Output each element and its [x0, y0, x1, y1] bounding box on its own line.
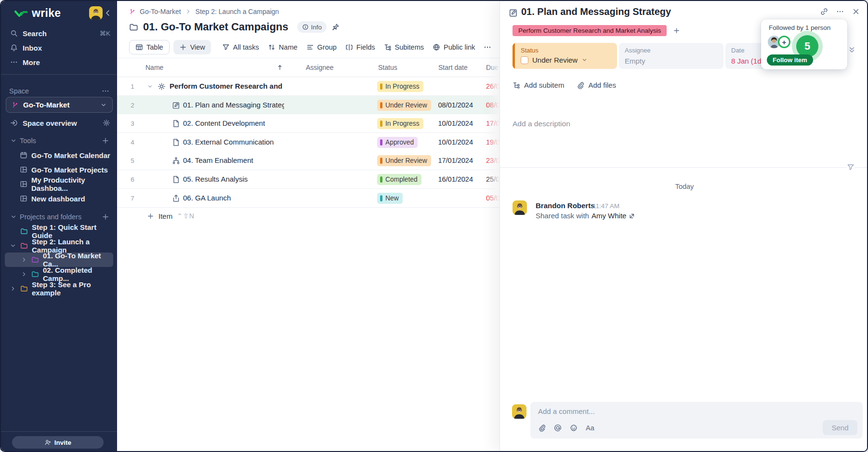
- panel-more-icon[interactable]: [836, 8, 844, 15]
- add-tag-icon[interactable]: [673, 27, 680, 34]
- add-subitem-button[interactable]: Add subitem: [513, 81, 564, 89]
- sidebar-project-item[interactable]: 02. Completed Camp...: [1, 267, 117, 281]
- add-follower-button[interactable]: +: [778, 36, 790, 48]
- folder-icon: [20, 242, 28, 250]
- status-badge[interactable]: Approved: [377, 137, 418, 148]
- task-checkbox[interactable]: [521, 56, 528, 64]
- sidebar-tool-item[interactable]: Go-To Market Calendar: [1, 148, 117, 162]
- comment-message-target[interactable]: Amy White: [592, 212, 627, 220]
- due-date-cell[interactable]: 17/0: [486, 114, 500, 133]
- task-name[interactable]: 01. Plan and Messaging Strategy: [183, 96, 284, 114]
- sidebar-project-item[interactable]: Step 2: Launch a Campaign: [1, 239, 117, 253]
- board-icon: [20, 166, 27, 173]
- table-row[interactable]: 302. Content DevelopmentIn Progress10/01…: [117, 114, 500, 133]
- comment-input[interactable]: Add a comment...: [538, 407, 595, 415]
- start-date-cell[interactable]: 10/01/2024: [420, 114, 473, 133]
- add-tool-icon[interactable]: [102, 137, 109, 145]
- panel-actions: [820, 8, 860, 15]
- due-date-cell[interactable]: 19/0: [486, 133, 500, 151]
- chevron-down-icon[interactable]: [147, 83, 153, 90]
- start-date-cell[interactable]: 16/01/2024: [420, 170, 473, 188]
- sidebar-project-item[interactable]: Step 3: See a Pro example: [1, 281, 117, 296]
- table-row[interactable]: 504. Team EnablementUnder Review17/01/20…: [117, 151, 500, 170]
- chevron-right-icon[interactable]: [21, 271, 27, 278]
- space-options-icon[interactable]: [102, 87, 109, 95]
- status-color-bar: [380, 195, 382, 201]
- format-text-button[interactable]: Aa: [586, 424, 594, 432]
- table-row[interactable]: 605. Results AnalysisCompleted16/01/2024…: [117, 170, 500, 189]
- emoji-icon[interactable]: [570, 424, 578, 432]
- sidebar-project-item[interactable]: 01. Go-To Market Ca...: [5, 253, 113, 267]
- space-selector[interactable]: Go-To-Market: [6, 97, 113, 113]
- start-date-cell[interactable]: 08/01/2024: [420, 96, 473, 114]
- follow-item-button[interactable]: Follow item: [767, 54, 813, 66]
- projects-section-header[interactable]: Projects and folders: [1, 211, 117, 223]
- gear-icon[interactable]: [103, 119, 110, 127]
- status-badge[interactable]: New: [377, 193, 403, 204]
- start-date-cell[interactable]: 10/01/2024: [420, 133, 473, 151]
- task-type-icon: [172, 138, 180, 146]
- task-name[interactable]: 03. External Communication: [183, 133, 284, 151]
- tools-section-header[interactable]: Tools: [1, 134, 117, 147]
- sidebar-item-space-overview[interactable]: Space overview: [1, 116, 117, 130]
- send-button[interactable]: Send: [823, 420, 857, 435]
- task-name[interactable]: 04. Team Enablement: [183, 151, 284, 170]
- assignee-field[interactable]: Assignee Empty: [619, 43, 723, 69]
- parent-task-tag[interactable]: Perform Customer Research and Market Ana…: [513, 25, 667, 36]
- start-date-cell[interactable]: 17/01/2024: [420, 151, 473, 170]
- due-date-cell[interactable]: 26/0: [486, 77, 500, 95]
- sidebar-item-search[interactable]: Search⌘K: [1, 26, 117, 40]
- task-name[interactable]: 05. Results Analysis: [183, 170, 284, 188]
- comment-author[interactable]: Brandon Roberts: [536, 201, 595, 210]
- comment-message: Shared task with Amy White: [536, 212, 636, 220]
- task-name[interactable]: 02. Content Development: [183, 114, 284, 133]
- due-date-cell[interactable]: 23/0: [486, 151, 500, 170]
- attach-icon[interactable]: [538, 424, 546, 432]
- chevron-right-icon[interactable]: [10, 285, 16, 292]
- status-badge[interactable]: In Progress: [377, 81, 423, 92]
- status-badge[interactable]: In Progress: [377, 118, 423, 129]
- sidebar-tool-item[interactable]: Go-To Market Projects: [1, 162, 117, 177]
- plus-icon: [147, 213, 154, 220]
- space-selector-label: Go-To-Market: [23, 101, 69, 109]
- close-icon[interactable]: [852, 8, 860, 15]
- due-date-cell[interactable]: 25/0: [486, 170, 500, 188]
- status-badge[interactable]: Completed: [377, 174, 421, 185]
- sidebar-item-more[interactable]: More: [1, 55, 117, 69]
- status-badge-label: In Progress: [385, 83, 420, 90]
- sidebar-project-item[interactable]: Step 1: Quick Start Guide: [1, 224, 117, 239]
- due-date-cell[interactable]: 08/0: [486, 96, 500, 114]
- sidebar-item-inbox[interactable]: Inbox: [1, 40, 117, 55]
- wrike-logo[interactable]: wrike: [14, 7, 61, 20]
- stream-filter-icon[interactable]: [847, 163, 855, 171]
- mention-icon[interactable]: [554, 424, 562, 432]
- user-avatar[interactable]: [89, 6, 103, 20]
- invite-button[interactable]: Invite: [12, 436, 104, 449]
- table-row[interactable]: 1Perform Customer Research and Market An…: [117, 77, 500, 96]
- expand-fields-icon[interactable]: [848, 46, 856, 54]
- add-files-button[interactable]: Add files: [577, 81, 616, 89]
- copy-link-icon[interactable]: [820, 8, 828, 15]
- board-icon: [20, 195, 27, 202]
- due-date-cell[interactable]: 05/0: [486, 189, 500, 207]
- folder-icon: [20, 227, 28, 235]
- chevron-down-icon[interactable]: [10, 242, 16, 249]
- chevron-right-icon[interactable]: [21, 256, 27, 263]
- task-name[interactable]: Perform Customer Research and Market Ana…: [170, 77, 285, 95]
- chevron-down-icon: [10, 213, 17, 220]
- open-task-icon[interactable]: [629, 212, 636, 219]
- sidebar-tool-item[interactable]: New dashboard: [1, 191, 117, 206]
- add-item-button[interactable]: Item ⌃⇧N: [147, 208, 195, 224]
- add-project-icon[interactable]: [102, 213, 109, 221]
- status-field[interactable]: Status Under Review: [513, 43, 617, 69]
- description-placeholder[interactable]: Add a description: [513, 120, 570, 128]
- table-row[interactable]: 706. GA LaunchNew05/0: [117, 189, 500, 208]
- table-row[interactable]: 201. Plan and Messaging StrategyUnder Re…: [117, 96, 500, 115]
- sidebar-tool-item[interactable]: My Productivity Dashboa...: [1, 177, 117, 191]
- row-number: 7: [123, 189, 142, 208]
- table-row[interactable]: 403. External CommunicationApproved10/01…: [117, 133, 500, 152]
- chevron-down-icon: [581, 57, 588, 63]
- sidebar-collapse-icon[interactable]: [104, 9, 112, 17]
- task-name[interactable]: 06. GA Launch: [183, 189, 284, 207]
- task-title[interactable]: 01. Plan and Messaging Strategy: [521, 6, 671, 17]
